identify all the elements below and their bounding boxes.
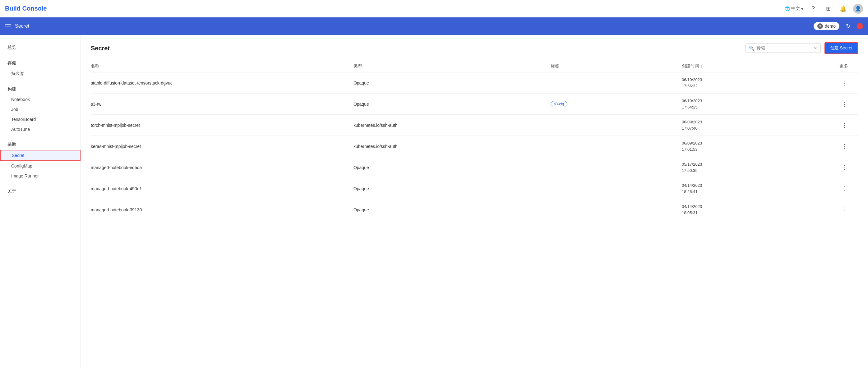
- avatar[interactable]: 👤: [853, 4, 863, 14]
- hamburger-line-2: [5, 26, 11, 26]
- top-header-right: 🌐 中文 ▾ ? ⊞ 🔔 👤: [785, 4, 863, 14]
- hamburger-line-1: [5, 24, 11, 25]
- more-button[interactable]: ⋮: [839, 162, 849, 173]
- page-title: Secret: [91, 45, 110, 52]
- cell-name: managed-notebook-ed5da: [91, 165, 353, 170]
- cell-created: 06/10/202317:56:32: [682, 77, 839, 89]
- cell-more: ⋮: [839, 184, 858, 194]
- blue-navbar: Secret ⚙ demo ↻: [0, 18, 868, 35]
- sidebar-section-auxiliary: 辅助 Secret ConfigMap Image Runner: [0, 137, 81, 183]
- cell-more: ⋮: [839, 120, 858, 130]
- demo-badge[interactable]: ⚙ demo: [814, 22, 839, 30]
- sidebar-item-autotune[interactable]: AutoTune: [0, 124, 81, 134]
- table-row: managed-notebook-490d1 Opaque 04/14/2023…: [91, 178, 858, 199]
- more-button[interactable]: ⋮: [839, 120, 849, 130]
- lang-label: 中文: [791, 6, 800, 11]
- cell-created: 05/17/202317:50:35: [682, 161, 839, 174]
- blue-navbar-left: Secret: [5, 23, 29, 29]
- clear-icon[interactable]: ✕: [814, 46, 817, 51]
- table-row: torch-mnist-mpijob-secret kubernetes.io/…: [91, 115, 858, 136]
- search-icon: 🔍: [749, 46, 754, 51]
- column-header-type: 类型: [353, 63, 551, 69]
- hamburger-menu[interactable]: [5, 24, 11, 28]
- cell-name: managed-notebook-490d1: [91, 186, 353, 191]
- chevron-down-icon: ▾: [801, 6, 803, 11]
- cell-more: ⋮: [839, 78, 858, 88]
- sort-icon: ↓: [701, 64, 702, 68]
- grid-button[interactable]: ⊞: [823, 4, 833, 14]
- cell-type: Opaque: [353, 186, 551, 191]
- sidebar-item-persistent-volume[interactable]: 持久卷: [0, 68, 81, 79]
- sidebar-item-secret[interactable]: Secret: [0, 150, 81, 161]
- cell-name: stable-diffusion-dataset-tensorstack-dgv…: [91, 81, 353, 86]
- top-header: Build Console 🌐 中文 ▾ ? ⊞ 🔔 👤: [0, 0, 868, 18]
- cell-name: managed-notebook-39130: [91, 207, 353, 212]
- table-row: s3-rw Opaque s3-cfg 06/10/202317:54:25 ⋮: [91, 94, 858, 115]
- language-selector[interactable]: 🌐 中文 ▾: [785, 6, 803, 11]
- cell-created: 06/10/202317:54:25: [682, 98, 839, 110]
- nav-section-title: Secret: [15, 23, 29, 29]
- notification-button[interactable]: 🔔: [838, 4, 848, 14]
- bell-icon: 🔔: [840, 5, 846, 12]
- cell-more: ⋮: [839, 142, 858, 151]
- main-layout: 总览 存储 持久卷 构建 Notebook Job TensorBoard Au…: [0, 35, 868, 368]
- cell-name: s3-rw: [91, 102, 353, 106]
- more-button[interactable]: ⋮: [839, 205, 849, 215]
- sidebar-section-overview: 总览: [0, 40, 81, 55]
- secret-table: 名称 类型 标签 创建时间 ↓ 更多 stable-diffusion-data…: [91, 60, 858, 220]
- cell-type: kubernetes.io/ssh-auth: [353, 144, 551, 149]
- column-header-created[interactable]: 创建时间 ↓: [682, 63, 839, 69]
- search-box: 🔍 ✕: [745, 43, 821, 53]
- cell-more: ⋮: [839, 99, 858, 109]
- content-area: Secret 🔍 ✕ 创建 Secret 名称 类型 标签: [81, 35, 868, 368]
- cell-type: Opaque: [353, 165, 551, 170]
- cell-name: torch-mnist-mpijob-secret: [91, 123, 353, 128]
- top-header-left: Build Console: [5, 5, 46, 12]
- table-row: managed-notebook-ed5da Opaque 05/17/2023…: [91, 157, 858, 178]
- sidebar-item-notebook[interactable]: Notebook: [0, 94, 81, 104]
- table-header: 名称 类型 标签 创建时间 ↓ 更多: [91, 60, 858, 72]
- cell-created: 06/09/202317:07:40: [682, 119, 839, 131]
- cell-type: Opaque: [353, 81, 551, 86]
- cell-created: 06/09/202317:01:53: [682, 140, 839, 152]
- cell-more: ⋮: [839, 162, 858, 173]
- content-actions: 🔍 ✕ 创建 Secret: [745, 42, 858, 54]
- sidebar-item-configmap[interactable]: ConfigMap: [0, 161, 81, 171]
- hamburger-line-3: [5, 28, 11, 28]
- column-header-tags: 标签: [551, 63, 682, 69]
- table-row: keras-mnist-mpijob-secret kubernetes.io/…: [91, 136, 858, 157]
- cell-type: Opaque: [353, 207, 551, 212]
- translate-icon: 🌐: [785, 6, 790, 11]
- more-button[interactable]: ⋮: [839, 142, 849, 151]
- sidebar: 总览 存储 持久卷 构建 Notebook Job TensorBoard Au…: [0, 35, 81, 368]
- refresh-button[interactable]: ↻: [843, 21, 853, 31]
- demo-icon: ⚙: [817, 23, 823, 29]
- demo-label: demo: [825, 24, 836, 29]
- grid-icon: ⊞: [826, 5, 831, 12]
- status-indicator: [857, 23, 863, 29]
- sidebar-item-job[interactable]: Job: [0, 104, 81, 114]
- sidebar-section-storage: 存储 持久卷: [0, 55, 81, 82]
- more-button[interactable]: ⋮: [839, 78, 849, 88]
- help-button[interactable]: ?: [808, 4, 818, 14]
- create-secret-button[interactable]: 创建 Secret: [825, 42, 858, 54]
- content-header: Secret 🔍 ✕ 创建 Secret: [91, 42, 858, 54]
- help-icon: ?: [812, 5, 815, 12]
- more-button[interactable]: ⋮: [839, 184, 849, 194]
- sidebar-section-about: 关于: [0, 183, 81, 199]
- sidebar-item-tensorboard[interactable]: TensorBoard: [0, 114, 81, 124]
- table-body: stable-diffusion-dataset-tensorstack-dgv…: [91, 72, 858, 220]
- sidebar-section-title-build: 构建: [0, 84, 81, 94]
- table-row: managed-notebook-39130 Opaque 04/14/2023…: [91, 199, 858, 220]
- table-row: stable-diffusion-dataset-tensorstack-dgv…: [91, 72, 858, 94]
- cell-more: ⋮: [839, 205, 858, 215]
- search-input[interactable]: [757, 46, 811, 51]
- sidebar-item-image-runner[interactable]: Image Runner: [0, 171, 81, 181]
- tag-badge: s3-cfg: [551, 101, 568, 107]
- refresh-icon: ↻: [846, 23, 850, 30]
- sidebar-section-title-overview: 总览: [0, 42, 81, 53]
- sidebar-section-title-auxiliary: 辅助: [0, 139, 81, 150]
- cell-created: 04/14/202318:26:41: [682, 182, 839, 194]
- more-button[interactable]: ⋮: [839, 99, 849, 109]
- app-title[interactable]: Build Console: [5, 5, 46, 12]
